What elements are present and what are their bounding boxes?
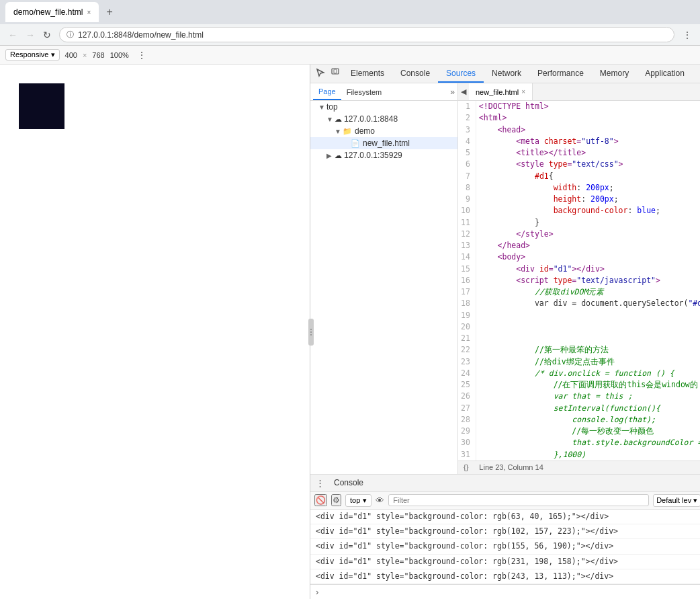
code-line-10: 10 background-color: blue;: [458, 205, 700, 216]
tree-arrow-server1: ▼: [326, 116, 333, 123]
console-message-2: <div id="d1" style="background-color: rg…: [310, 524, 700, 539]
code-line-23: 23 //给div绑定点击事件: [458, 356, 700, 368]
height-input: 768: [92, 51, 104, 59]
devtools-body: Page Filesystem » ▼ top ▼ ☁: [310, 83, 700, 474]
code-line-20: 20: [458, 321, 700, 333]
console-messages: <div id="d1" style="background-color: rg…: [310, 510, 700, 584]
code-line-3: 3 <head>: [458, 124, 700, 136]
url-bar[interactable]: ⓘ 127.0.0.1:8848/demo/new_file.html: [59, 27, 674, 42]
console-message-3: <div id="d1" style="background-color: rg…: [310, 539, 700, 554]
console-settings-icon[interactable]: ⋮: [313, 477, 327, 489]
devtools-panel: Elements Console Sources Network Perform…: [310, 65, 700, 599]
tree-node-server1[interactable]: ▼ ☁ 127.0.0.1:8848: [310, 113, 457, 125]
tab-console[interactable]: Console: [392, 65, 438, 83]
code-line-13: 13 </head>: [458, 240, 700, 251]
console-label: Console: [331, 478, 366, 487]
code-line-19: 19: [458, 310, 700, 321]
devtools-toolbar: Elements Console Sources Network Perform…: [310, 65, 700, 83]
code-line-7: 7 #d1{: [458, 171, 700, 182]
cloud-icon-server1: ☁: [335, 115, 342, 124]
inspect-element-button[interactable]: [313, 67, 328, 81]
file-tree-filesystem-tab[interactable]: Filesystem: [341, 83, 388, 100]
tree-label-newfile: new_file.html: [363, 138, 410, 148]
code-line-24: 24 /* div.onclick = function () {: [458, 368, 700, 379]
console-clear-button[interactable]: 🚫: [314, 494, 327, 506]
format-icon[interactable]: {}: [464, 463, 468, 471]
editor-tab-newfile[interactable]: new_file.html ×: [469, 83, 533, 100]
console-toolbar: ⋮ Console: [310, 475, 700, 492]
code-line-30: 30 that.style.backgroundColor =: [458, 437, 700, 448]
tab-close-icon[interactable]: ×: [87, 9, 91, 16]
main-layout: Elements Console Sources Network Perform…: [0, 65, 700, 599]
console-filter-row: 🚫 ⚙ top ▾ 👁 Default lev ▾: [310, 492, 700, 510]
responsive-more-button[interactable]: ⋮: [134, 48, 149, 62]
refresh-button[interactable]: ↻: [40, 28, 54, 42]
code-line-21: 21: [458, 333, 700, 344]
code-line-27: 27 setInterval(function(){: [458, 403, 700, 414]
code-line-2: 2 <html>: [458, 112, 700, 124]
file-tree: Page Filesystem » ▼ top ▼ ☁: [310, 83, 458, 474]
more-menu-button[interactable]: ⋮: [680, 28, 695, 42]
new-tab-button[interactable]: +: [101, 4, 118, 20]
code-line-12: 12 </style>: [458, 229, 700, 240]
code-line-5: 5 <title></title>: [458, 147, 700, 159]
tree-node-demo[interactable]: ▼ 📁 demo: [310, 125, 457, 137]
file-tree-more-icon[interactable]: »: [450, 87, 455, 97]
back-button[interactable]: ←: [5, 28, 20, 42]
tab-performance[interactable]: Performance: [529, 65, 592, 83]
console-message-4: <div id="d1" style="background-color: rg…: [310, 555, 700, 569]
console-level-select[interactable]: Default lev ▾: [653, 494, 700, 507]
context-dropdown-arrow: ▾: [363, 496, 367, 505]
tree-node-newfile[interactable]: 📄 new_file.html: [310, 137, 457, 149]
code-content[interactable]: 1 <!DOCTYPE html> 2 <html> 3 <head>: [458, 101, 700, 461]
tree-arrow-server2: ▶: [326, 152, 333, 159]
zoom-select: 100%: [110, 51, 129, 59]
tab-network[interactable]: Network: [484, 65, 529, 83]
editor-tab-back[interactable]: ◀: [458, 87, 469, 96]
code-line-15: 15 <div id="d1"></div>: [458, 264, 700, 275]
code-line-16: 16 <script type="text/javascript">: [458, 275, 700, 286]
blue-square: [19, 83, 64, 129]
tab-sources[interactable]: Sources: [438, 65, 484, 83]
console-message-1: <div id="d1" style="background-color: rg…: [310, 510, 700, 524]
tab-application[interactable]: Application: [637, 65, 693, 83]
responsive-dropdown[interactable]: Responsive ▾: [5, 49, 60, 61]
lock-icon: ⓘ: [67, 30, 74, 40]
file-tree-tabs: Page Filesystem »: [310, 83, 457, 101]
folder-icon-demo: 📁: [343, 127, 352, 136]
console-eye-button[interactable]: 👁: [376, 495, 384, 506]
tab-elements[interactable]: Elements: [343, 65, 392, 83]
context-selector[interactable]: top ▾: [345, 494, 371, 507]
cloud-icon-server2: ☁: [335, 151, 342, 160]
tab-title: demo/new_file.html: [13, 7, 83, 17]
code-line-6: 6 <style type="text/css">: [458, 159, 700, 170]
tree-label-server1: 127.0.0.1:8848: [344, 114, 398, 124]
tree-label-top: top: [326, 102, 338, 112]
code-line-11: 11 }: [458, 217, 700, 229]
tree-node-server2[interactable]: ▶ ☁ 127.0.0.1:35929: [310, 149, 457, 161]
editor-tab-close-icon[interactable]: ×: [521, 88, 525, 95]
file-icon-newfile: 📄: [351, 139, 360, 148]
code-line-28: 28 console.log(that);: [458, 414, 700, 426]
console-settings-button[interactable]: ⚙: [331, 494, 341, 506]
context-label: top: [350, 496, 360, 504]
tree-label-demo: demo: [355, 126, 375, 136]
code-line-14: 14 <body>: [458, 251, 700, 263]
forward-button[interactable]: →: [23, 28, 38, 42]
cursor-position: Line 23, Column 14: [479, 463, 543, 471]
file-tree-page-tab[interactable]: Page: [313, 83, 341, 100]
code-line-22: 22 //第一种最笨的方法: [458, 344, 700, 356]
active-tab[interactable]: demo/new_file.html ×: [5, 2, 99, 22]
device-toggle-button[interactable]: [328, 67, 343, 81]
console-input-row: ›: [310, 584, 700, 599]
address-bar: ← → ↻ ⓘ 127.0.0.1:8848/demo/new_file.htm…: [0, 24, 700, 46]
console-message-5: <div id="d1" style="background-color: rg…: [310, 569, 700, 584]
tree-node-top[interactable]: ▼ top: [310, 101, 457, 113]
code-line-4: 4 <meta charset="utf-8">: [458, 136, 700, 147]
console-input[interactable]: [322, 588, 699, 596]
tab-memory[interactable]: Memory: [592, 65, 637, 83]
console-filter-input[interactable]: [388, 494, 649, 506]
viewport: [0, 65, 310, 599]
nav-buttons: ← → ↻: [5, 28, 54, 42]
resize-handle[interactable]: [308, 319, 314, 346]
